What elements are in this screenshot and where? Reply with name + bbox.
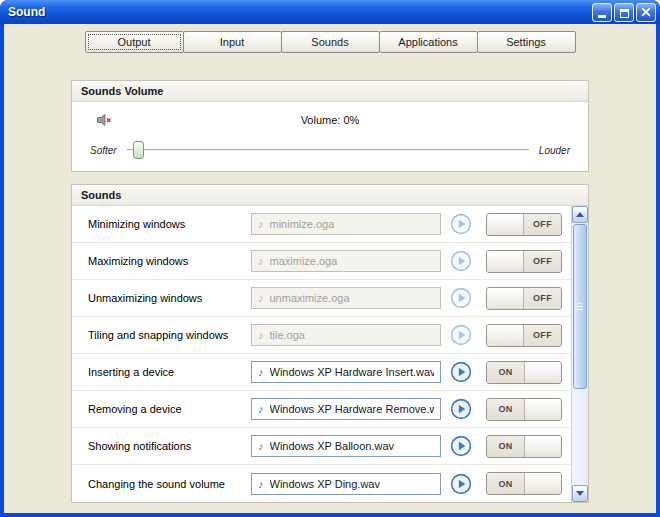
volume-row: Volume: 0%	[90, 111, 570, 133]
sound-file-name: Windows XP Ding.wav	[270, 478, 380, 490]
minimize-icon	[598, 15, 606, 18]
sound-row: Minimizing windows ♪ minimize.oga OFF	[72, 206, 571, 243]
play-sound-button[interactable]	[449, 212, 473, 236]
play-icon	[449, 360, 473, 384]
sounds-header: Sounds	[72, 185, 588, 206]
toggle-handle	[487, 214, 524, 235]
scroll-up-button[interactable]	[572, 206, 588, 223]
music-note-icon: ♪	[258, 403, 264, 415]
sound-toggle-switch[interactable]: OFF	[486, 287, 562, 310]
sound-event-label: Unmaximizing windows	[88, 292, 251, 304]
play-sound-button[interactable]	[449, 360, 473, 384]
sound-row: Changing the sound volume ♪ Windows XP D…	[72, 465, 571, 502]
toggle-state-label: OFF	[524, 251, 561, 272]
sound-event-label: Inserting a device	[88, 366, 251, 378]
sounds-volume-body: Volume: 0% Softer Louder	[72, 102, 588, 171]
vertical-scrollbar[interactable]	[571, 206, 588, 502]
toggle-handle	[524, 399, 561, 420]
scrollbar-thumb[interactable]	[573, 224, 587, 389]
sound-event-label: Removing a device	[88, 403, 251, 415]
sound-event-label: Minimizing windows	[88, 218, 251, 230]
sound-file-field[interactable]: ♪ Windows XP Hardware Insert.wav	[251, 361, 441, 383]
sound-file-field[interactable]: ♪ minimize.oga	[251, 213, 441, 235]
sound-row: Removing a device ♪ Windows XP Hardware …	[72, 391, 571, 428]
window-content: OutputInputSoundsApplicationsSettings So…	[4, 24, 656, 513]
scrollbar-track[interactable]	[572, 223, 588, 485]
music-note-icon: ♪	[258, 478, 264, 490]
sound-row: Showing notifications ♪ Windows XP Ballo…	[72, 428, 571, 465]
sound-row: Unmaximizing windows ♪ unmaximize.oga OF…	[72, 280, 571, 317]
maximize-button[interactable]	[614, 3, 634, 22]
toggle-state-label: ON	[487, 362, 524, 383]
toggle-state-label: OFF	[524, 288, 561, 309]
sound-file-name: Windows XP Balloon.wav	[270, 440, 395, 452]
sounds-volume-section: Sounds Volume Volume: 0% Softer	[71, 80, 589, 172]
toggle-state-label: ON	[487, 436, 524, 457]
window-title: Sound	[8, 5, 45, 19]
toggle-handle	[487, 288, 524, 309]
sound-file-name: tile.oga	[270, 329, 305, 341]
sound-toggle-switch[interactable]: OFF	[486, 324, 562, 347]
sound-toggle-switch[interactable]: ON	[486, 361, 562, 384]
music-note-icon: ♪	[258, 329, 264, 341]
sounds-section: Sounds Minimizing windows ♪ minimize.oga…	[71, 184, 589, 503]
sound-file-field[interactable]: ♪ tile.oga	[251, 324, 441, 346]
volume-slider[interactable]	[127, 140, 529, 160]
play-icon	[449, 397, 473, 421]
sound-toggle-switch[interactable]: OFF	[486, 250, 562, 273]
softer-label: Softer	[90, 145, 117, 156]
tab-output[interactable]: Output	[85, 31, 184, 53]
toggle-handle	[524, 473, 561, 494]
window-controls	[592, 3, 656, 22]
toggle-handle	[487, 251, 524, 272]
play-icon	[449, 323, 473, 347]
toggle-handle	[524, 362, 561, 383]
volume-slider-row: Softer Louder	[90, 140, 570, 160]
play-sound-button[interactable]	[449, 286, 473, 310]
sound-file-name: Windows XP Hardware Insert.wav	[270, 366, 435, 378]
tab-applications[interactable]: Applications	[379, 31, 478, 53]
volume-percentage-label: Volume: 0%	[90, 114, 570, 126]
play-sound-button[interactable]	[449, 472, 473, 496]
tab-input[interactable]: Input	[183, 31, 282, 53]
music-note-icon: ♪	[258, 292, 264, 304]
play-sound-button[interactable]	[449, 397, 473, 421]
sound-row: Maximizing windows ♪ maximize.oga OFF	[72, 243, 571, 280]
minimize-button[interactable]	[592, 3, 612, 22]
sound-file-field[interactable]: ♪ maximize.oga	[251, 250, 441, 272]
play-icon	[449, 249, 473, 273]
sound-file-field[interactable]: ♪ Windows XP Hardware Remove.wav	[251, 398, 441, 420]
sound-toggle-switch[interactable]: ON	[486, 435, 562, 458]
sound-row: Tiling and snapping windows ♪ tile.oga O…	[72, 317, 571, 354]
sound-event-label: Maximizing windows	[88, 255, 251, 267]
volume-slider-track[interactable]	[127, 149, 529, 151]
play-icon	[449, 286, 473, 310]
volume-slider-thumb[interactable]	[133, 141, 144, 159]
sound-file-field[interactable]: ♪ unmaximize.oga	[251, 287, 441, 309]
tab-sounds[interactable]: Sounds	[281, 31, 380, 53]
music-note-icon: ♪	[258, 440, 264, 452]
toggle-state-label: OFF	[524, 325, 561, 346]
sound-toggle-switch[interactable]: ON	[486, 472, 562, 495]
music-note-icon: ♪	[258, 255, 264, 267]
sound-event-label: Tiling and snapping windows	[88, 329, 251, 341]
sound-file-field[interactable]: ♪ Windows XP Ding.wav	[251, 473, 441, 495]
toggle-handle	[524, 436, 561, 457]
play-icon	[449, 212, 473, 236]
play-sound-button[interactable]	[449, 249, 473, 273]
scroll-down-button[interactable]	[572, 485, 588, 502]
close-button[interactable]	[636, 3, 656, 22]
sound-toggle-switch[interactable]: OFF	[486, 213, 562, 236]
arrow-up-icon	[576, 212, 584, 217]
sound-event-label: Showing notifications	[88, 440, 251, 452]
sounds-list: Minimizing windows ♪ minimize.oga OFF Ma…	[72, 206, 571, 502]
sound-file-field[interactable]: ♪ Windows XP Balloon.wav	[251, 435, 441, 457]
sound-toggle-switch[interactable]: ON	[486, 398, 562, 421]
play-sound-button[interactable]	[449, 323, 473, 347]
titlebar[interactable]: Sound	[0, 0, 660, 24]
maximize-icon	[620, 9, 629, 18]
sounds-volume-header: Sounds Volume	[72, 81, 588, 102]
play-sound-button[interactable]	[449, 434, 473, 458]
sounds-list-body: Minimizing windows ♪ minimize.oga OFF Ma…	[72, 206, 588, 502]
tab-settings[interactable]: Settings	[477, 31, 576, 53]
